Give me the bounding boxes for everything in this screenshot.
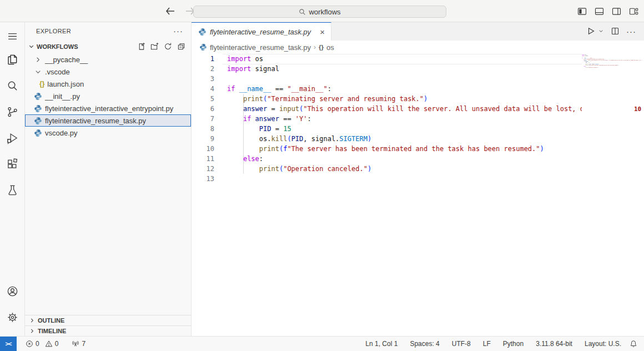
status-bar: >< 0 0 7 Ln 1, Col 1Spaces: 4UTF-8LFPyth… <box>0 336 644 351</box>
code-line-12[interactable]: 12 print("Operation canceled.") <box>192 164 644 174</box>
line-number: 11 <box>192 154 214 164</box>
code-line-2[interactable]: 2import signal <box>192 64 644 74</box>
command-center-text: workflows <box>309 8 340 16</box>
code-line-10[interactable]: 10 print(f"The server has been terminate… <box>192 144 644 154</box>
code-line-4[interactable]: 4if __name__ == "__main__": <box>192 84 644 94</box>
notifications-bell-icon[interactable] <box>630 340 637 348</box>
more-actions-icon[interactable]: ··· <box>626 27 636 36</box>
run-options-dropdown-icon[interactable] <box>598 27 604 36</box>
code-line-13[interactable]: 13 <box>192 174 644 184</box>
remote-indicator[interactable]: >< <box>0 337 17 351</box>
code-line-9[interactable]: 9 os.kill(PID, signal.SIGTERM) <box>192 134 644 144</box>
code-line-1[interactable]: 1import os <box>192 54 644 64</box>
code-line-7[interactable]: 7 if answer == 'Y': <box>192 114 644 124</box>
line-number: 8 <box>192 124 214 134</box>
toggle-primary-sidebar-icon[interactable] <box>577 7 587 16</box>
refresh-explorer-icon[interactable] <box>164 42 172 51</box>
tree-item-vscode-py[interactable]: vscode.py <box>25 127 191 139</box>
minimap-line <box>582 68 643 69</box>
file-tree: __pycache__.vscode{}launch.json__init__.… <box>25 53 191 139</box>
editor-actions: ··· <box>331 22 644 41</box>
tree-item-label: flyteinteractive_interactive_entrypoint.… <box>45 104 173 113</box>
timeline-label: TIMELINE <box>38 328 66 334</box>
toggle-panel-icon[interactable] <box>595 7 604 16</box>
line-number: 12 <box>192 164 214 174</box>
search-icon[interactable] <box>0 73 25 99</box>
code-line-11[interactable]: 11 else: <box>192 154 644 164</box>
status-cursor-position[interactable]: Ln 1, Col 1 <box>365 340 398 348</box>
collapse-folders-icon[interactable] <box>177 42 185 51</box>
status-language[interactable]: Python <box>503 340 524 348</box>
line-number: 6 <box>192 104 214 114</box>
minimap[interactable]: import osimport signal if __name__ == "_… <box>582 54 643 336</box>
sidebar-more-actions-icon[interactable]: ··· <box>173 28 183 34</box>
chevron-down-icon <box>27 42 36 51</box>
line-number: 10 <box>192 144 214 154</box>
tree-item-init-py[interactable]: __init__.py <box>25 90 191 102</box>
search-icon <box>299 8 306 16</box>
timeline-section[interactable]: TIMELINE <box>25 325 191 336</box>
line-number: 7 <box>192 114 214 124</box>
menu-icon[interactable] <box>0 26 25 47</box>
problems-status[interactable]: 0 0 <box>26 340 58 348</box>
customize-layout-icon[interactable] <box>629 7 638 16</box>
warning-icon <box>45 340 53 348</box>
run-python-file-icon[interactable] <box>586 27 595 36</box>
code-editor[interactable]: 1import os2import signal34if __name__ ==… <box>192 54 644 336</box>
code-line-text: import os <box>227 54 582 64</box>
workflows-section-header[interactable]: WORKFLOWS <box>25 40 191 53</box>
line-number: 3 <box>192 74 214 84</box>
back-arrow-icon[interactable] <box>164 6 175 17</box>
command-center-search[interactable]: workflows <box>193 6 446 18</box>
python-file-icon <box>34 129 42 137</box>
python-file-icon <box>198 28 207 36</box>
line-number: 2 <box>192 64 214 74</box>
source-control-icon[interactable] <box>0 99 25 125</box>
status-keyboard-layout[interactable]: Layout: U.S. <box>585 340 621 348</box>
history-navigation <box>164 6 195 17</box>
tree-item-vscode-folder[interactable]: .vscode <box>25 66 191 78</box>
testing-icon[interactable] <box>0 177 25 203</box>
code-line-3[interactable]: 3 <box>192 74 644 84</box>
new-folder-icon[interactable] <box>150 42 159 51</box>
chevron-right-icon <box>28 317 36 324</box>
split-editor-icon[interactable] <box>611 27 620 36</box>
status-eol[interactable]: LF <box>483 340 491 348</box>
tab-flyteinteractive-resume-task[interactable]: flyteinteractive_resume_task.py × <box>192 22 331 41</box>
tree-item-flyteinteractive-interactive-entrypoint-py[interactable]: flyteinteractive_interactive_entrypoint.… <box>25 102 191 114</box>
breadcrumb-symbol[interactable]: os <box>326 43 334 52</box>
code-line-5[interactable]: 5 print("Terminating server and resuming… <box>192 94 644 104</box>
code-line-8[interactable]: 8 PID = 15 <box>192 124 644 134</box>
ports-status[interactable]: 7 <box>72 340 85 348</box>
breadcrumb-file[interactable]: flyteinteractive_resume_task.py <box>210 43 311 52</box>
tab-bar: flyteinteractive_resume_task.py × ··· <box>192 22 644 41</box>
tree-item-flyteinteractive-resume-task-py[interactable]: flyteinteractive_resume_task.py <box>25 114 191 127</box>
toggle-secondary-sidebar-icon[interactable] <box>612 7 621 16</box>
status-indentation[interactable]: Spaces: 4 <box>410 340 439 348</box>
line-number: 9 <box>192 134 214 144</box>
run-and-debug-icon[interactable] <box>0 125 25 151</box>
status-encoding[interactable]: UTF-8 <box>452 340 471 348</box>
code-line-text: print("Operation canceled.") <box>227 164 582 174</box>
python-file-icon <box>34 92 42 101</box>
code-line-6[interactable]: 6 answer = input("This operation will ki… <box>192 104 644 114</box>
ports-count: 7 <box>82 340 85 348</box>
tree-item-launch-json[interactable]: {}launch.json <box>25 78 191 90</box>
code-line-text: answer = input("This operation will kill… <box>227 104 582 114</box>
new-file-icon[interactable] <box>137 42 145 51</box>
workflows-section-label: WORKFLOWS <box>37 43 78 50</box>
tree-item-pycache[interactable]: __pycache__ <box>25 53 191 66</box>
chevron-down-icon <box>34 68 42 76</box>
python-file-icon <box>34 104 42 113</box>
extensions-icon[interactable] <box>0 151 25 177</box>
tab-close-icon[interactable]: × <box>318 27 326 37</box>
outline-section[interactable]: OUTLINE <box>25 315 191 325</box>
status-python-version[interactable]: 3.11.8 64-bit <box>536 340 572 348</box>
explorer-icon[interactable] <box>0 47 25 73</box>
radio-tower-icon <box>72 340 79 348</box>
account-icon[interactable] <box>0 278 25 304</box>
settings-gear-icon[interactable] <box>0 304 25 330</box>
warning-count: 0 <box>55 340 59 348</box>
code-content: 1import os2import signal34if __name__ ==… <box>192 54 644 184</box>
tree-item-label: flyteinteractive_resume_task.py <box>45 117 146 125</box>
